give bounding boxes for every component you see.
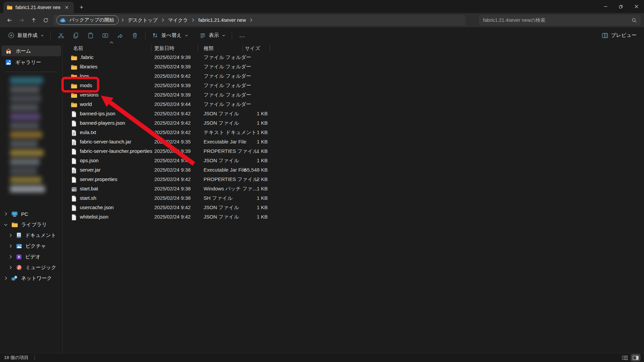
- copy-icon[interactable]: [68, 29, 83, 42]
- file-row[interactable]: world 2025/02/24 9:44 ファイル フォルダー: [63, 100, 644, 109]
- file-row[interactable]: logs 2025/02/24 9:42 ファイル フォルダー: [63, 72, 644, 81]
- main-content: ホームギャラリー PC ライブラリ ドキュメント ピクチャ ビデオ ミュージック…: [0, 44, 644, 353]
- breadcrumb-item[interactable]: マイクラ: [166, 16, 190, 24]
- share-icon[interactable]: [113, 29, 127, 42]
- toolbar-separator: [145, 31, 146, 40]
- file-size: 1 KB: [237, 186, 268, 191]
- file-row[interactable]: start.sh 2025/02/24 9:38 SH ファイル 1 KB: [63, 194, 644, 203]
- sidebar-tree-item[interactable]: PC: [0, 208, 62, 219]
- chevron-right-icon[interactable]: [8, 233, 13, 237]
- file-row[interactable]: fabric-server-launch.jar 2025/02/24 9:35…: [63, 137, 644, 147]
- breadcrumb-chevron-icon[interactable]: [190, 18, 196, 22]
- blurred-item: [10, 113, 40, 120]
- new-tab-button[interactable]: +: [76, 2, 87, 12]
- column-header-type[interactable]: 種類: [204, 45, 214, 52]
- network-icon: [11, 276, 18, 281]
- forward-icon[interactable]: [15, 15, 28, 25]
- file-row[interactable]: .fabric 2025/02/24 9:39 ファイル フォルダー: [63, 53, 644, 62]
- file-row[interactable]: banned-players.json 2025/02/24 9:42 JSON…: [63, 119, 644, 128]
- sort-button-label: 並べ替え: [161, 32, 182, 39]
- file-name: ops.json: [80, 158, 99, 163]
- file-row[interactable]: ops.json 2025/02/24 9:42 JSON ファイル 1 KB: [63, 156, 644, 166]
- command-bar: 新規作成 並べ替え 表示: [0, 27, 644, 44]
- column-divider[interactable]: [198, 45, 198, 52]
- sidebar-tree-item[interactable]: ネットワーク: [0, 273, 62, 284]
- file-row[interactable]: whitelist.json 2025/02/24 9:42 JSON ファイル…: [63, 213, 644, 222]
- file-size: 1 KB: [237, 158, 268, 163]
- file-date: 2025/02/24 9:42: [154, 204, 191, 210]
- column-divider[interactable]: [151, 45, 151, 52]
- cut-icon[interactable]: [54, 29, 68, 42]
- text-file-icon: [71, 130, 77, 136]
- column-divider[interactable]: [243, 45, 243, 52]
- sidebar-tree-item[interactable]: ドキュメント: [0, 230, 62, 241]
- explorer-tab[interactable]: fabric1.21.4sever new: [3, 2, 74, 13]
- refresh-icon[interactable]: [40, 15, 52, 25]
- folder-icon: [71, 92, 77, 99]
- view-button[interactable]: 表示: [196, 30, 229, 41]
- sidebar-tree-item[interactable]: ライブラリ: [0, 219, 62, 230]
- chevron-right-icon[interactable]: [3, 276, 8, 280]
- file-date: 2025/02/24 9:42: [154, 120, 191, 126]
- file-type: JSON ファイル: [204, 214, 239, 220]
- sidebar-tree-item[interactable]: ビデオ: [0, 251, 62, 262]
- sidebar-tree-item[interactable]: ミュージック: [0, 262, 62, 273]
- sidebar-item-gallery[interactable]: ギャラリー: [1, 57, 61, 68]
- file-row[interactable]: banned-ips.json 2025/02/24 9:42 JSON ファイ…: [63, 109, 644, 119]
- column-header-date[interactable]: 更新日時: [154, 45, 174, 52]
- breadcrumb-chevron-icon[interactable]: [248, 18, 254, 22]
- file-type: JSON ファイル: [204, 120, 239, 126]
- up-icon[interactable]: [28, 15, 40, 25]
- library-icon: [11, 222, 18, 227]
- column-header-name[interactable]: 名前: [73, 45, 83, 52]
- details-view-icon[interactable]: [621, 354, 629, 361]
- sort-arrows-icon: [152, 32, 158, 39]
- chevron-right-icon[interactable]: [8, 265, 13, 269]
- close-button[interactable]: [629, 0, 644, 13]
- file-row[interactable]: server.properties 2025/02/24 9:42 PROPER…: [63, 175, 644, 184]
- preview-button[interactable]: プレビュー: [599, 30, 639, 41]
- sort-button[interactable]: 並べ替え: [149, 30, 192, 41]
- blurred-item: [10, 77, 43, 84]
- file-type: ファイル フォルダー: [204, 64, 251, 70]
- music-icon: [16, 264, 22, 270]
- sidebar-tree-item[interactable]: ピクチャ: [0, 241, 62, 251]
- onedrive-backup-button[interactable]: バックアップの開始: [56, 15, 119, 25]
- rename-icon[interactable]: [98, 29, 113, 42]
- file-row[interactable]: usercache.json 2025/02/24 9:42 JSON ファイル…: [63, 203, 644, 213]
- file-row[interactable]: fabric-server-launcher.properties 2025/0…: [63, 147, 644, 156]
- file-row[interactable]: eula.txt 2025/02/24 9:42 テキスト ドキュメント 1 K…: [63, 128, 644, 137]
- restore-button[interactable]: [613, 0, 629, 13]
- back-icon[interactable]: [3, 15, 15, 25]
- file-row[interactable]: server.jar 2025/02/24 9:38 Executable Ja…: [63, 166, 644, 175]
- search-input[interactable]: fabric1.21.4sever newの検索: [479, 15, 641, 25]
- column-divider[interactable]: [270, 45, 270, 52]
- chevron-right-icon[interactable]: [8, 244, 13, 248]
- search-icon[interactable]: [632, 18, 637, 23]
- column-header-size[interactable]: サイズ: [245, 45, 260, 52]
- breadcrumb-chevron-icon[interactable]: [160, 18, 166, 22]
- chevron-right-icon[interactable]: [3, 212, 8, 216]
- file-row[interactable]: versions 2025/02/24 9:39 ファイル フォルダー: [63, 90, 644, 100]
- folder-icon: [71, 73, 77, 80]
- file-row[interactable]: libraries 2025/02/24 9:39 ファイル フォルダー: [63, 62, 644, 72]
- address-path[interactable]: バックアップの開始 デスクトップマイクラfabric1.21.4sever ne…: [54, 15, 466, 25]
- large-icons-view-icon[interactable]: [631, 354, 640, 361]
- sidebar-item-home[interactable]: ホーム: [1, 46, 61, 56]
- new-button[interactable]: 新規作成: [5, 30, 47, 41]
- more-options-button[interactable]: …: [235, 29, 250, 42]
- item-count: 18 個の項目: [4, 355, 29, 361]
- delete-icon[interactable]: [127, 29, 142, 42]
- chevron-down-icon[interactable]: [3, 223, 8, 226]
- preview-pane-icon: [602, 33, 608, 38]
- breadcrumb-item[interactable]: fabric1.21.4sever new: [196, 16, 248, 24]
- breadcrumb-item[interactable]: デスクトップ: [126, 16, 160, 24]
- pictures-icon: [16, 244, 22, 249]
- file-row[interactable]: start.bat 2025/02/24 9:38 Windows バッチ ファ…: [63, 184, 644, 194]
- paste-icon[interactable]: [83, 29, 98, 42]
- chevron-right-icon[interactable]: [8, 255, 13, 259]
- file-row[interactable]: mods 2025/02/24 9:39 ファイル フォルダー: [63, 81, 644, 90]
- tab-close-icon[interactable]: [63, 4, 70, 11]
- minimize-button[interactable]: [598, 0, 613, 13]
- breadcrumb-chevron-icon[interactable]: [119, 18, 126, 22]
